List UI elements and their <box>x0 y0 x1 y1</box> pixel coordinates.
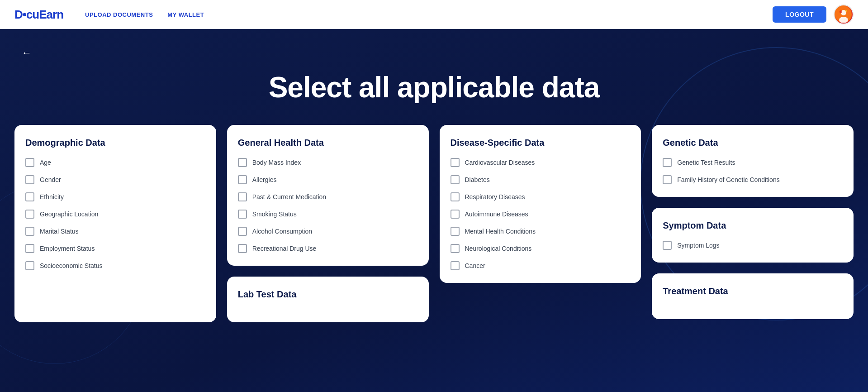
disease-specific-item-1[interactable]: Diabetes <box>451 175 631 184</box>
lab-test-card-title: Lab Test Data <box>238 289 418 300</box>
general-health-checkbox-1[interactable] <box>238 175 247 184</box>
demographic-item-1[interactable]: Gender <box>25 175 205 184</box>
disease-specific-items-list: Cardiovascular Diseases Diabetes Respira… <box>451 158 631 270</box>
general-health-item-2[interactable]: Past & Current Medication <box>238 192 418 201</box>
genetic-checkbox-0[interactable] <box>663 158 672 167</box>
disease-specific-item-6[interactable]: Cancer <box>451 261 631 270</box>
disease-specific-item-3[interactable]: Autoimmune Diseases <box>451 210 631 219</box>
disease-specific-checkbox-0[interactable] <box>451 158 460 167</box>
demographic-label-1: Gender <box>40 176 61 183</box>
general-health-item-5[interactable]: Recreational Drug Use <box>238 244 418 253</box>
col2: General Health Data Body Mass Index Alle… <box>227 125 429 322</box>
demographic-item-4[interactable]: Marital Status <box>25 227 205 236</box>
logout-button[interactable]: LOGOUT <box>773 6 826 23</box>
avatar[interactable] <box>834 5 854 24</box>
demographic-checkbox-5[interactable] <box>25 244 34 253</box>
general-health-label-4: Alcohol Consumption <box>252 228 312 235</box>
disease-specific-card: Disease-Specific Data Cardiovascular Dis… <box>440 125 641 283</box>
demographic-checkbox-1[interactable] <box>25 175 34 184</box>
treatment-card: Treatment Data <box>652 273 854 319</box>
general-health-checkbox-4[interactable] <box>238 227 247 236</box>
disease-specific-item-4[interactable]: Mental Health Conditions <box>451 227 631 236</box>
demographic-item-0[interactable]: Age <box>25 158 205 167</box>
general-health-item-4[interactable]: Alcohol Consumption <box>238 227 418 236</box>
general-health-label-0: Body Mass Index <box>252 159 301 166</box>
disease-specific-checkbox-5[interactable] <box>451 244 460 253</box>
general-health-item-1[interactable]: Allergies <box>238 175 418 184</box>
general-health-items-list: Body Mass Index Allergies Past & Current… <box>238 158 418 253</box>
general-health-item-3[interactable]: Smoking Status <box>238 210 418 219</box>
back-button[interactable]: ← <box>22 47 32 59</box>
disease-specific-checkbox-3[interactable] <box>451 210 460 219</box>
symptom-label-0: Symptom Logs <box>677 242 719 249</box>
page-title: Select all applicable data <box>231 72 638 103</box>
upload-documents-link[interactable]: UPLOAD DOCUMENTS <box>85 11 153 18</box>
disease-specific-item-5[interactable]: Neurological Conditions <box>451 244 631 253</box>
svg-point-3 <box>840 10 842 13</box>
demographic-card-title: Demographic Data <box>25 138 205 148</box>
symptom-card-title: Symptom Data <box>663 220 843 231</box>
demographic-checkbox-4[interactable] <box>25 227 34 236</box>
hero-section: ← Select all applicable data Demographic… <box>0 29 868 392</box>
lab-test-card: Lab Test Data <box>227 277 429 322</box>
general-health-card: General Health Data Body Mass Index Alle… <box>227 125 429 266</box>
demographic-label-6: Socioeconomic Status <box>40 262 103 269</box>
demographic-checkbox-2[interactable] <box>25 192 34 201</box>
general-health-item-0[interactable]: Body Mass Index <box>238 158 418 167</box>
disease-specific-label-4: Mental Health Conditions <box>465 228 536 235</box>
genetic-card-title: Genetic Data <box>663 138 843 148</box>
demographic-item-6[interactable]: Socioeconomic Status <box>25 261 205 270</box>
disease-specific-item-0[interactable]: Cardiovascular Diseases <box>451 158 631 167</box>
demographic-checkbox-6[interactable] <box>25 261 34 270</box>
general-health-label-2: Past & Current Medication <box>252 193 326 201</box>
general-health-checkbox-0[interactable] <box>238 158 247 167</box>
disease-specific-checkbox-4[interactable] <box>451 227 460 236</box>
disease-specific-label-5: Neurological Conditions <box>465 245 532 252</box>
treatment-card-title: Treatment Data <box>663 286 843 296</box>
demographic-label-3: Geographic Location <box>40 210 98 218</box>
demographic-card: Demographic Data Age Gender Ethnicity Ge… <box>14 125 216 322</box>
symptom-checkbox-0[interactable] <box>663 241 672 250</box>
general-health-label-3: Smoking Status <box>252 210 297 218</box>
demographic-item-2[interactable]: Ethnicity <box>25 192 205 201</box>
general-health-checkbox-3[interactable] <box>238 210 247 219</box>
general-health-checkbox-2[interactable] <box>238 192 247 201</box>
nav-right: LOGOUT <box>773 5 854 24</box>
disease-specific-checkbox-2[interactable] <box>451 192 460 201</box>
general-health-checkbox-5[interactable] <box>238 244 247 253</box>
disease-specific-label-6: Cancer <box>465 262 485 269</box>
genetic-item-1[interactable]: Family History of Genetic Conditions <box>663 175 843 184</box>
general-health-card-title: General Health Data <box>238 138 418 148</box>
genetic-items-list: Genetic Test Results Family History of G… <box>663 158 843 184</box>
demographic-checkbox-3[interactable] <box>25 210 34 219</box>
demographic-checkbox-0[interactable] <box>25 158 34 167</box>
general-health-label-5: Recreational Drug Use <box>252 245 317 252</box>
genetic-item-0[interactable]: Genetic Test Results <box>663 158 843 167</box>
disease-specific-checkbox-1[interactable] <box>451 175 460 184</box>
genetic-label-1: Family History of Genetic Conditions <box>677 176 779 183</box>
nav-links: UPLOAD DOCUMENTS MY WALLET <box>85 11 773 18</box>
svg-point-4 <box>845 10 847 12</box>
demographic-item-3[interactable]: Geographic Location <box>25 210 205 219</box>
genetic-checkbox-1[interactable] <box>663 175 672 184</box>
genetic-label-0: Genetic Test Results <box>677 159 735 166</box>
col4: Genetic Data Genetic Test Results Family… <box>652 125 854 322</box>
logo: D•cuEarn <box>14 8 63 22</box>
symptom-item-0[interactable]: Symptom Logs <box>663 241 843 250</box>
demographic-label-0: Age <box>40 159 51 166</box>
general-health-label-1: Allergies <box>252 176 277 183</box>
disease-specific-label-3: Autoimmune Diseases <box>465 210 528 218</box>
disease-specific-card-title: Disease-Specific Data <box>451 138 631 148</box>
disease-specific-item-2[interactable]: Respiratory Diseases <box>451 192 631 201</box>
symptom-items-list: Symptom Logs <box>663 241 843 250</box>
disease-specific-checkbox-6[interactable] <box>451 261 460 270</box>
demographic-item-5[interactable]: Employment Status <box>25 244 205 253</box>
symptom-card: Symptom Data Symptom Logs <box>652 208 854 263</box>
disease-specific-label-0: Cardiovascular Diseases <box>465 159 535 166</box>
cards-grid: Demographic Data Age Gender Ethnicity Ge… <box>0 125 868 340</box>
demographic-items-list: Age Gender Ethnicity Geographic Location… <box>25 158 205 270</box>
my-wallet-link[interactable]: MY WALLET <box>167 11 204 18</box>
genetic-card: Genetic Data Genetic Test Results Family… <box>652 125 854 197</box>
demographic-label-4: Marital Status <box>40 228 79 235</box>
disease-specific-label-1: Diabetes <box>465 176 490 183</box>
